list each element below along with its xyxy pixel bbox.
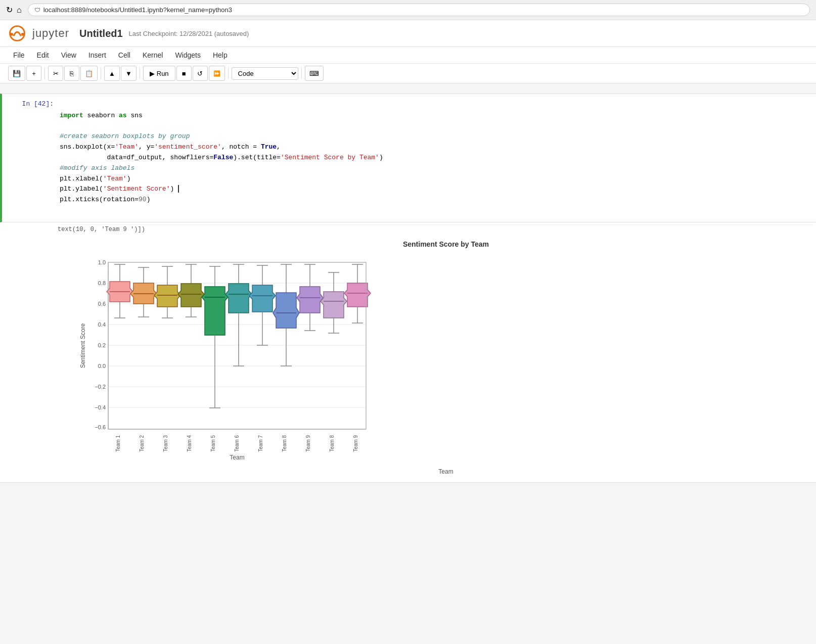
- jupyter-logo-icon: [8, 24, 26, 42]
- save-button[interactable]: 💾: [8, 66, 25, 81]
- toolbar-separator-2: [101, 67, 101, 79]
- menu-bar: File Edit View Insert Cell Kernel Widget…: [0, 47, 816, 64]
- svg-text:0.6: 0.6: [98, 301, 106, 307]
- menu-edit[interactable]: Edit: [32, 49, 54, 61]
- svg-text:Team 9: Team 9: [353, 435, 358, 451]
- svg-text:Team 6: Team 6: [234, 435, 240, 451]
- output-cell: text(10, 0, 'Team 9 ')]) Sentiment Score…: [0, 222, 816, 483]
- code-block: import seaborn as sns #create seaborn bo…: [60, 98, 814, 218]
- url-bar[interactable]: 🛡 localhost:8889/notebooks/Untitled1.ipy…: [28, 4, 810, 16]
- home-icon[interactable]: ⌂: [17, 6, 22, 15]
- boxplot-chart: 1.0 0.8 0.6 0.4 0.2 0.0 −0.2 −0.4 −0.6 S…: [78, 252, 381, 465]
- svg-text:0.0: 0.0: [98, 363, 106, 369]
- svg-text:Team 5: Team 5: [210, 435, 216, 451]
- move-down-button[interactable]: ▼: [121, 66, 137, 81]
- keyboard-shortcuts-button[interactable]: ⌨: [305, 66, 324, 81]
- toolbar-separator-3: [140, 67, 140, 79]
- svg-text:−0.2: −0.2: [95, 384, 106, 390]
- svg-text:Sentiment Score: Sentiment Score: [79, 323, 86, 368]
- svg-marker-58: [225, 284, 252, 313]
- menu-widgets[interactable]: Widgets: [170, 49, 206, 61]
- svg-point-1: [10, 33, 13, 36]
- svg-text:Team 4: Team 4: [187, 435, 192, 451]
- svg-text:Team 7: Team 7: [258, 435, 263, 451]
- output-content: text(10, 0, 'Team 9 ')]) Sentiment Score…: [56, 222, 816, 482]
- output-prompt: [0, 222, 56, 482]
- x-axis-label-text: Team: [78, 468, 814, 475]
- run-label: Run: [157, 70, 169, 77]
- add-cell-button[interactable]: +: [26, 66, 41, 81]
- svg-marker-88: [344, 283, 371, 307]
- cell-code-content[interactable]: import seaborn as sns #create seaborn bo…: [58, 94, 816, 222]
- cut-button[interactable]: ✂: [48, 66, 63, 81]
- chart-container: Sentiment Score by Team: [58, 235, 814, 480]
- cell-type-select[interactable]: Code Markdown Raw NBConvert: [232, 67, 298, 80]
- chart-title: Sentiment Score by Team: [78, 240, 814, 248]
- url-text: localhost:8889/notebooks/Untitled1.ipynb…: [43, 6, 232, 14]
- svg-text:Team 8: Team 8: [329, 435, 335, 451]
- browser-nav: ↻ ⌂: [6, 5, 22, 15]
- run-button[interactable]: ▶ Run: [143, 66, 175, 81]
- svg-text:0.8: 0.8: [98, 280, 106, 286]
- svg-text:Team 8: Team 8: [282, 435, 287, 451]
- svg-text:−0.4: −0.4: [95, 404, 106, 410]
- menu-cell[interactable]: Cell: [113, 49, 135, 61]
- svg-marker-52: [202, 287, 228, 335]
- toolbar-separator-4: [228, 67, 229, 79]
- run-icon: ▶: [150, 70, 155, 77]
- svg-text:1.0: 1.0: [98, 259, 106, 265]
- refresh-icon[interactable]: ↻: [6, 5, 13, 15]
- move-up-button[interactable]: ▲: [104, 66, 120, 81]
- svg-text:Team 3: Team 3: [163, 435, 168, 451]
- menu-insert[interactable]: Insert: [83, 49, 111, 61]
- svg-text:Team 1: Team 1: [115, 435, 121, 451]
- restart-button[interactable]: ↺: [193, 66, 208, 81]
- svg-marker-70: [273, 293, 299, 328]
- menu-help[interactable]: Help: [208, 49, 233, 61]
- toolbar-separator-5: [301, 67, 302, 79]
- menu-view[interactable]: View: [56, 49, 81, 61]
- svg-text:Team 2: Team 2: [139, 435, 145, 451]
- svg-text:0.2: 0.2: [98, 342, 106, 348]
- svg-marker-64: [249, 285, 276, 312]
- menu-kernel[interactable]: Kernel: [138, 49, 168, 61]
- code-cell: In [42]: import seaborn as sns #create s…: [0, 94, 816, 222]
- browser-chrome: ↻ ⌂ 🛡 localhost:8889/notebooks/Untitled1…: [0, 0, 816, 20]
- copy-button[interactable]: ⎘: [64, 66, 79, 81]
- toolbar: 💾 + ✂ ⎘ 📋 ▲ ▼ ▶ Run ■ ↺ ⏩ Code Markdown …: [0, 64, 816, 83]
- svg-text:Team: Team: [230, 454, 244, 461]
- toolbar-separator-1: [44, 67, 45, 79]
- interrupt-button[interactable]: ■: [176, 66, 192, 81]
- jupyter-wordmark: jupyter: [32, 27, 69, 40]
- svg-point-2: [21, 33, 24, 36]
- paste-button[interactable]: 📋: [80, 66, 98, 81]
- output-text: text(10, 0, 'Team 9 ')]): [58, 224, 814, 235]
- svg-text:Team 9: Team 9: [305, 435, 311, 451]
- svg-text:−0.6: −0.6: [95, 424, 106, 430]
- notebook-title[interactable]: Untitled1: [79, 28, 123, 39]
- security-icon: 🛡: [34, 7, 40, 14]
- svg-marker-76: [297, 287, 323, 313]
- notebook: In [42]: import seaborn as sns #create s…: [0, 83, 816, 493]
- checkpoint-info: Last Checkpoint: 12/28/2021 (autosaved): [129, 30, 249, 37]
- cell-prompt: In [42]:: [2, 94, 58, 222]
- svg-marker-82: [321, 292, 347, 318]
- svg-text:0.4: 0.4: [98, 321, 106, 328]
- restart-run-button[interactable]: ⏩: [209, 66, 225, 81]
- menu-file[interactable]: File: [8, 49, 30, 61]
- svg-marker-40: [154, 285, 180, 307]
- jupyter-header: jupyter Untitled1 Last Checkpoint: 12/28…: [0, 20, 816, 47]
- svg-marker-46: [178, 284, 204, 307]
